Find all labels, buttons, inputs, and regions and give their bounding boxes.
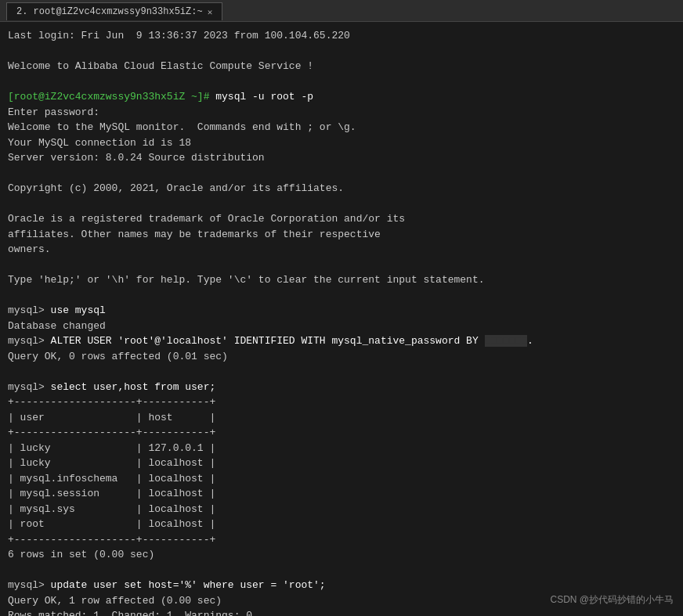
table-row: | mysql.infoschema | localhost |: [8, 471, 675, 487]
output-line: Query OK, 0 rows affected (0.01 sec): [8, 349, 675, 365]
blank-line: [8, 258, 675, 273]
terminal-content: Last login: Fri Jun 9 13:36:37 2023 from…: [0, 22, 683, 616]
mysql-command-masked-line: mysql> ALTER USER 'root'@'localhost' IDE…: [8, 333, 675, 349]
output-line: affiliates. Other names may be trademark…: [8, 227, 675, 243]
output-line: Type 'help;' or '\h' for help. Type '\c'…: [8, 272, 675, 288]
output-line: Welcome to the MySQL monitor. Commands e…: [8, 120, 675, 135]
output-line: Database changed: [8, 319, 675, 334]
tab-label: 2. root@iZ2vc4cxmzwssy9n33hx5iZ:~: [16, 6, 203, 17]
watermark: CSDN @抄代码抄错的小牛马: [550, 593, 674, 607]
blank-line: [8, 166, 675, 182]
table-row: | root | localhost |: [8, 517, 675, 532]
output-line: Rows matched: 1 Changed: 1 Warnings: 0: [8, 608, 675, 616]
table-row: +--------------------+-----------+: [8, 425, 675, 441]
command-line: [root@iZ2vc4cxmzwssy9n33hx5iZ ~]# mysql …: [8, 89, 675, 105]
output-line: Last login: Fri Jun 9 13:36:37 2023 from…: [8, 28, 675, 44]
table-row: | lucky | localhost |: [8, 456, 675, 471]
output-line: Copyright (c) 2000, 2021, Oracle and/or …: [8, 181, 675, 196]
output-line: 6 rows in set (0.00 sec): [8, 547, 675, 563]
terminal-tab[interactable]: 2. root@iZ2vc4cxmzwssy9n33hx5iZ:~ ✕: [6, 2, 222, 20]
mysql-command-line: mysql> use mysql: [8, 303, 675, 319]
terminal-lines: Last login: Fri Jun 9 13:36:37 2023 from…: [8, 28, 675, 616]
table-row: | user | host |: [8, 410, 675, 426]
blank-line: [8, 196, 675, 212]
blank-line: [8, 74, 675, 90]
table-row: +--------------------+-----------+: [8, 532, 675, 548]
table-row: | lucky | 127.0.0.1 |: [8, 441, 675, 456]
blank-line: [8, 364, 675, 380]
output-line: Your MySQL connection id is 18: [8, 135, 675, 151]
output-line: owners.: [8, 242, 675, 258]
tab-close-icon[interactable]: ✕: [208, 7, 213, 17]
table-row: +--------------------+-----------+: [8, 394, 675, 410]
blank-line: [8, 563, 675, 578]
table-row: | mysql.session | localhost |: [8, 486, 675, 502]
output-line: Oracle is a registered trademark of Orac…: [8, 211, 675, 227]
blank-line: [8, 288, 675, 304]
mysql-command-line: mysql> update user set host='%' where us…: [8, 578, 675, 593]
terminal-window: 2. root@iZ2vc4cxmzwssy9n33hx5iZ:~ ✕ Last…: [0, 0, 683, 616]
title-bar: 2. root@iZ2vc4cxmzwssy9n33hx5iZ:~ ✕: [0, 0, 683, 22]
output-line: Enter password:: [8, 105, 675, 121]
output-line: Welcome to Alibaba Cloud Elastic Compute…: [8, 59, 675, 74]
mysql-command-line: mysql> select user,host from user;: [8, 380, 675, 395]
output-line: Server version: 8.0.24 Source distributi…: [8, 150, 675, 166]
table-row: | mysql.sys | localhost |: [8, 502, 675, 517]
blank-line: [8, 44, 675, 59]
